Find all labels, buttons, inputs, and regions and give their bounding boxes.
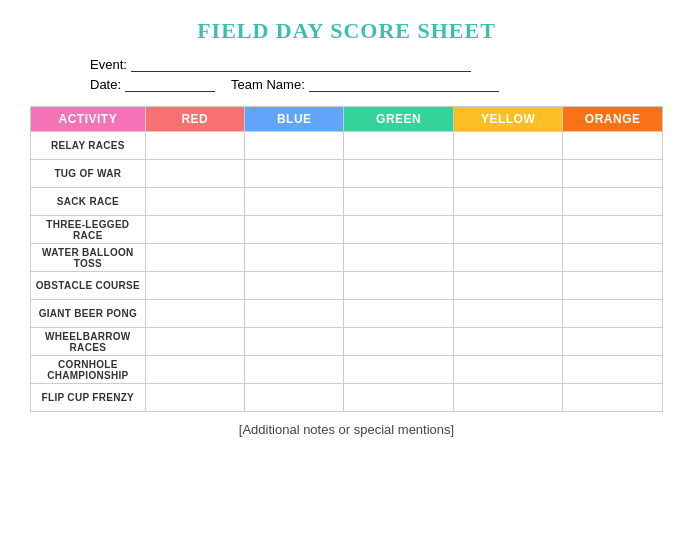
score-cell-orange-7[interactable] bbox=[563, 328, 663, 356]
table-row: FLIP CUP FRENZY bbox=[31, 384, 663, 412]
table-row: CORNHOLE CHAMPIONSHIP bbox=[31, 356, 663, 384]
score-cell-red-7[interactable] bbox=[145, 328, 244, 356]
header-red: RED bbox=[145, 107, 244, 132]
score-cell-green-1[interactable] bbox=[344, 160, 453, 188]
score-cell-red-3[interactable] bbox=[145, 216, 244, 244]
activity-cell: WATER BALLOON TOSS bbox=[31, 244, 146, 272]
table-row: TUG OF WAR bbox=[31, 160, 663, 188]
activity-cell: OBSTACLE COURSE bbox=[31, 272, 146, 300]
activity-cell: SACK RACE bbox=[31, 188, 146, 216]
header-activity: ACTIVITY bbox=[31, 107, 146, 132]
score-cell-blue-0[interactable] bbox=[245, 132, 344, 160]
team-label: Team Name: bbox=[231, 77, 305, 92]
score-cell-orange-8[interactable] bbox=[563, 356, 663, 384]
score-cell-red-4[interactable] bbox=[145, 244, 244, 272]
score-cell-orange-4[interactable] bbox=[563, 244, 663, 272]
table-row: THREE-LEGGED RACE bbox=[31, 216, 663, 244]
score-cell-blue-6[interactable] bbox=[245, 300, 344, 328]
score-cell-green-2[interactable] bbox=[344, 188, 453, 216]
date-label: Date: bbox=[90, 77, 121, 92]
score-cell-yellow-5[interactable] bbox=[453, 272, 563, 300]
date-input[interactable] bbox=[125, 76, 215, 92]
score-cell-orange-2[interactable] bbox=[563, 188, 663, 216]
activity-cell: FLIP CUP FRENZY bbox=[31, 384, 146, 412]
score-cell-red-6[interactable] bbox=[145, 300, 244, 328]
score-cell-orange-5[interactable] bbox=[563, 272, 663, 300]
page-title: FIELD DAY SCORE SHEET bbox=[30, 18, 663, 44]
score-cell-orange-3[interactable] bbox=[563, 216, 663, 244]
activity-cell: CORNHOLE CHAMPIONSHIP bbox=[31, 356, 146, 384]
score-cell-blue-4[interactable] bbox=[245, 244, 344, 272]
activity-cell: WHEELBARROW RACES bbox=[31, 328, 146, 356]
score-cell-red-1[interactable] bbox=[145, 160, 244, 188]
activity-cell: THREE-LEGGED RACE bbox=[31, 216, 146, 244]
event-row: Event: bbox=[90, 56, 663, 72]
date-row: Date: Team Name: bbox=[90, 76, 663, 92]
header-orange: ORANGE bbox=[563, 107, 663, 132]
score-cell-yellow-4[interactable] bbox=[453, 244, 563, 272]
header-green: GREEN bbox=[344, 107, 453, 132]
score-cell-yellow-3[interactable] bbox=[453, 216, 563, 244]
score-cell-orange-0[interactable] bbox=[563, 132, 663, 160]
score-cell-green-3[interactable] bbox=[344, 216, 453, 244]
score-cell-red-8[interactable] bbox=[145, 356, 244, 384]
score-cell-red-2[interactable] bbox=[145, 188, 244, 216]
table-header-row: ACTIVITY RED BLUE GREEN YELLOW ORANGE bbox=[31, 107, 663, 132]
score-cell-yellow-7[interactable] bbox=[453, 328, 563, 356]
score-cell-green-7[interactable] bbox=[344, 328, 453, 356]
notes: [Additional notes or special mentions] bbox=[30, 422, 663, 437]
score-cell-blue-7[interactable] bbox=[245, 328, 344, 356]
score-table: ACTIVITY RED BLUE GREEN YELLOW ORANGE RE… bbox=[30, 106, 663, 412]
header-yellow: YELLOW bbox=[453, 107, 563, 132]
score-cell-green-0[interactable] bbox=[344, 132, 453, 160]
score-cell-yellow-9[interactable] bbox=[453, 384, 563, 412]
score-cell-red-0[interactable] bbox=[145, 132, 244, 160]
score-cell-yellow-2[interactable] bbox=[453, 188, 563, 216]
score-cell-orange-1[interactable] bbox=[563, 160, 663, 188]
score-cell-blue-9[interactable] bbox=[245, 384, 344, 412]
table-row: RELAY RACES bbox=[31, 132, 663, 160]
table-row: GIANT BEER PONG bbox=[31, 300, 663, 328]
score-cell-green-4[interactable] bbox=[344, 244, 453, 272]
score-cell-blue-3[interactable] bbox=[245, 216, 344, 244]
table-row: WATER BALLOON TOSS bbox=[31, 244, 663, 272]
activity-cell: RELAY RACES bbox=[31, 132, 146, 160]
score-cell-yellow-1[interactable] bbox=[453, 160, 563, 188]
header-blue: BLUE bbox=[245, 107, 344, 132]
event-label: Event: bbox=[90, 57, 127, 72]
score-cell-orange-9[interactable] bbox=[563, 384, 663, 412]
score-cell-yellow-0[interactable] bbox=[453, 132, 563, 160]
score-cell-green-5[interactable] bbox=[344, 272, 453, 300]
table-row: SACK RACE bbox=[31, 188, 663, 216]
table-row: WHEELBARROW RACES bbox=[31, 328, 663, 356]
page: FIELD DAY SCORE SHEET Event: Date: Team … bbox=[0, 0, 693, 535]
score-cell-blue-5[interactable] bbox=[245, 272, 344, 300]
activity-cell: GIANT BEER PONG bbox=[31, 300, 146, 328]
score-cell-yellow-6[interactable] bbox=[453, 300, 563, 328]
score-cell-blue-8[interactable] bbox=[245, 356, 344, 384]
activity-cell: TUG OF WAR bbox=[31, 160, 146, 188]
score-cell-yellow-8[interactable] bbox=[453, 356, 563, 384]
score-cell-green-9[interactable] bbox=[344, 384, 453, 412]
score-cell-blue-1[interactable] bbox=[245, 160, 344, 188]
score-cell-green-8[interactable] bbox=[344, 356, 453, 384]
team-input[interactable] bbox=[309, 76, 499, 92]
score-cell-orange-6[interactable] bbox=[563, 300, 663, 328]
score-cell-blue-2[interactable] bbox=[245, 188, 344, 216]
score-cell-red-5[interactable] bbox=[145, 272, 244, 300]
form-fields: Event: Date: Team Name: bbox=[30, 56, 663, 92]
table-row: OBSTACLE COURSE bbox=[31, 272, 663, 300]
score-cell-green-6[interactable] bbox=[344, 300, 453, 328]
score-cell-red-9[interactable] bbox=[145, 384, 244, 412]
event-input[interactable] bbox=[131, 56, 471, 72]
